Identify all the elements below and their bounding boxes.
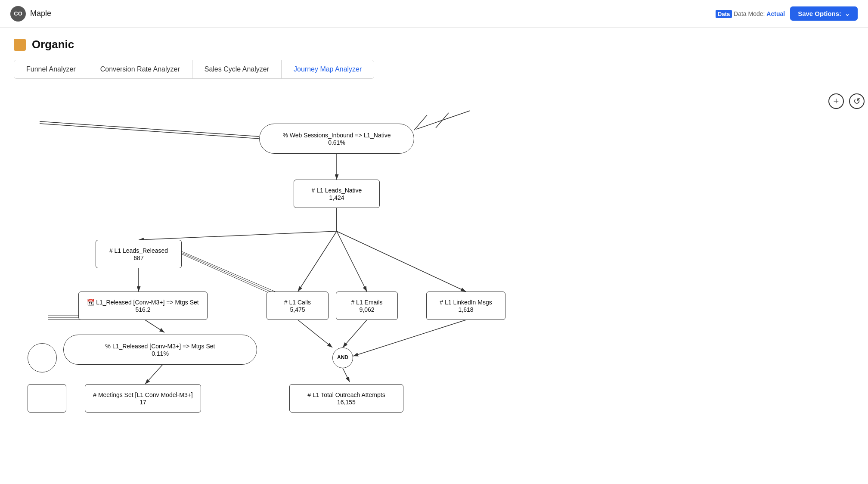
svg-line-8 <box>139 231 337 240</box>
node-partial-left-bottom <box>28 384 66 413</box>
svg-line-22 <box>343 368 350 382</box>
logo-area: CO Maple <box>10 6 51 22</box>
node-l1-leads-native-label: # L1 Leads_Native <box>312 186 362 194</box>
node-l1-calls-label: # L1 Calls <box>284 298 311 306</box>
svg-line-2 <box>40 121 259 137</box>
svg-line-5 <box>416 111 470 129</box>
node-l1-leads-native-value: 1,424 <box>329 194 344 201</box>
node-l1-calls[interactable]: # L1 Calls 5,475 <box>267 292 329 320</box>
journey-map-canvas: + ↺ <box>14 89 868 425</box>
svg-line-12 <box>337 231 466 292</box>
data-mode-label: Data Data Mode: Actual <box>716 10 785 17</box>
node-l1-total-outreach-value: 16,155 <box>337 399 356 406</box>
svg-line-1 <box>40 124 259 139</box>
node-l1-emails[interactable]: # L1 Emails 9,062 <box>336 292 398 320</box>
app-header: CO Maple Data Data Mode: Actual Save Opt… <box>0 0 868 28</box>
save-options-button[interactable]: Save Options: ⌄ <box>790 6 858 21</box>
page-content: Organic Funnel Analyzer Conversion Rate … <box>0 28 868 79</box>
zoom-controls: + ↺ <box>828 93 865 109</box>
tab-sales-cycle[interactable]: Sales Cycle Analyzer <box>192 60 282 78</box>
svg-line-11 <box>337 231 367 292</box>
node-l1-emails-value: 9,062 <box>359 306 374 313</box>
node-pct-l1-released-conv[interactable]: % L1_Released [Conv-M3+] => Mtgs Set 0.1… <box>63 335 257 365</box>
node-meetings-set-label: # Meetings Set [L1 Conv Model-M3+] <box>93 391 193 399</box>
app-name: Maple <box>30 9 51 18</box>
tab-journey-map[interactable]: Journey Map Analyzer <box>282 60 374 78</box>
svg-line-3 <box>414 115 427 130</box>
node-l1-emails-label: # L1 Emails <box>351 298 382 306</box>
node-partial-left-top <box>28 343 57 372</box>
node-pct-l1-released-conv-value: 0.11% <box>152 350 169 357</box>
node-l1-linkedin-label: # L1 LinkedIn Msgs <box>440 298 492 306</box>
chevron-down-icon: ⌄ <box>845 10 850 17</box>
node-l1-leads-released[interactable]: # L1 Leads_Released 687 <box>96 240 182 268</box>
section-header: Organic <box>14 38 854 51</box>
tab-funnel[interactable]: Funnel Analyzer <box>14 60 88 78</box>
flow-diagram: % Web Sessions_Inbound => L1_Native 0.61… <box>40 98 621 425</box>
section-title: Organic <box>32 38 74 51</box>
node-web-sessions[interactable]: % Web Sessions_Inbound => L1_Native 0.61… <box>259 124 414 154</box>
svg-line-10 <box>298 231 337 292</box>
node-meetings-set-value: 17 <box>140 399 146 406</box>
svg-line-4 <box>436 113 449 128</box>
svg-line-17 <box>145 320 164 332</box>
node-l1-leads-released-label: # L1 Leads_Released <box>109 247 168 254</box>
svg-line-21 <box>353 320 466 356</box>
data-mode-value: Actual <box>766 10 785 17</box>
section-color-block <box>14 39 26 51</box>
data-highlight: Data <box>716 10 732 18</box>
app-logo: CO <box>10 6 26 22</box>
svg-line-20 <box>343 320 367 347</box>
node-pct-l1-released-conv-label: % L1_Released [Conv-M3+] => Mtgs Set <box>105 342 215 350</box>
node-l1-released-conv-label: 📆 L1_Released [Conv-M3+] => Mtgs Set <box>87 298 198 306</box>
node-web-sessions-value: 0.61% <box>328 139 345 146</box>
svg-line-18 <box>145 363 164 384</box>
node-l1-leads-released-value: 687 <box>133 254 143 261</box>
node-l1-linkedin-value: 1,618 <box>458 306 473 313</box>
node-web-sessions-label: % Web Sessions_Inbound => L1_Native <box>282 131 391 139</box>
node-l1-calls-value: 5,475 <box>290 306 305 313</box>
svg-line-19 <box>298 320 332 347</box>
node-l1-linkedin[interactable]: # L1 LinkedIn Msgs 1,618 <box>426 292 505 320</box>
node-and[interactable]: AND <box>332 347 353 368</box>
header-right: Data Data Mode: Actual Save Options: ⌄ <box>716 6 858 21</box>
zoom-in-button[interactable]: + <box>828 93 844 109</box>
tab-conversion[interactable]: Conversion Rate Analyzer <box>88 60 192 78</box>
zoom-reset-button[interactable]: ↺ <box>849 93 865 109</box>
tab-bar: Funnel Analyzer Conversion Rate Analyzer… <box>14 60 374 79</box>
node-l1-total-outreach-label: # L1 Total Outreach Attempts <box>307 391 385 399</box>
node-l1-released-conv-value: 516.2 <box>135 306 150 313</box>
node-and-label: AND <box>337 354 348 361</box>
node-meetings-set[interactable]: # Meetings Set [L1 Conv Model-M3+] 17 <box>85 384 201 413</box>
node-l1-released-conv[interactable]: 📆 L1_Released [Conv-M3+] => Mtgs Set 516… <box>78 292 208 320</box>
node-l1-leads-native[interactable]: # L1 Leads_Native 1,424 <box>294 180 380 208</box>
node-l1-total-outreach[interactable]: # L1 Total Outreach Attempts 16,155 <box>289 384 403 413</box>
